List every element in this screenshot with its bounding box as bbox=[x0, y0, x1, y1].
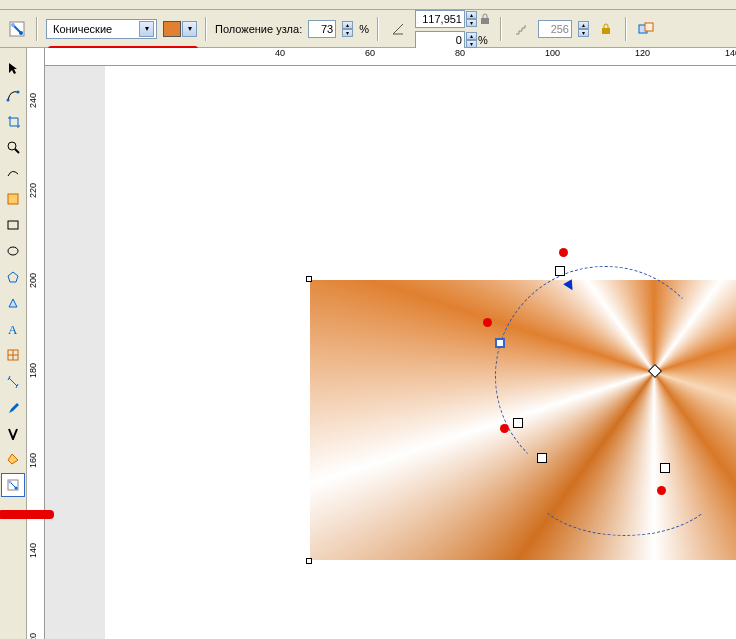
gradient-object[interactable] bbox=[310, 280, 736, 560]
spinner[interactable]: ▴▾ bbox=[466, 11, 477, 27]
gradient-type-value: Конические bbox=[49, 23, 139, 35]
basic-shapes-tool[interactable] bbox=[1, 291, 25, 315]
interactive-fill-tool[interactable] bbox=[1, 473, 25, 497]
svg-point-1 bbox=[11, 23, 15, 27]
canvas[interactable] bbox=[45, 66, 736, 639]
lock-icon[interactable] bbox=[595, 18, 617, 40]
svg-point-8 bbox=[17, 91, 20, 94]
svg-marker-13 bbox=[8, 272, 18, 282]
chevron-down-icon[interactable]: ▾ bbox=[182, 21, 197, 37]
svg-point-2 bbox=[19, 31, 23, 35]
shape-tool[interactable] bbox=[1, 83, 25, 107]
separator bbox=[205, 17, 207, 41]
crop-tool[interactable] bbox=[1, 109, 25, 133]
svg-rect-4 bbox=[602, 28, 610, 34]
annotation-dot bbox=[559, 248, 568, 257]
ellipse-tool[interactable] bbox=[1, 239, 25, 263]
property-bar: Конические ▾ ▾ Положение узла: ▴▾ % ▴▾ ▴… bbox=[0, 10, 736, 48]
gradient-type-dropdown[interactable]: Конические ▾ bbox=[46, 19, 157, 39]
fill-tool[interactable] bbox=[1, 447, 25, 471]
annotation-dot bbox=[657, 486, 666, 495]
pad-input[interactable] bbox=[415, 31, 465, 49]
svg-rect-10 bbox=[8, 194, 18, 204]
separator bbox=[36, 17, 38, 41]
skew-input[interactable] bbox=[415, 10, 465, 28]
svg-point-7 bbox=[7, 99, 10, 102]
annotation-highlight bbox=[0, 510, 54, 519]
spinner[interactable]: ▴▾ bbox=[342, 21, 353, 37]
svg-text:A: A bbox=[8, 322, 18, 336]
ruler-horizontal: 40 60 80 100 120 140 bbox=[45, 48, 736, 66]
chevron-down-icon: ▾ bbox=[139, 21, 154, 37]
separator bbox=[500, 17, 502, 41]
svg-rect-3 bbox=[481, 18, 489, 24]
steps-icon bbox=[510, 18, 532, 40]
interactive-fill-icon bbox=[6, 18, 28, 40]
svg-point-18 bbox=[9, 481, 12, 484]
fill-color-swatch[interactable] bbox=[163, 21, 181, 37]
rectangle-tool[interactable] bbox=[1, 213, 25, 237]
percent-label: % bbox=[478, 34, 488, 46]
gradient-node[interactable] bbox=[660, 463, 670, 473]
svg-marker-14 bbox=[9, 299, 17, 307]
eyedropper-tool[interactable] bbox=[1, 395, 25, 419]
separator bbox=[377, 17, 379, 41]
node-position-label: Положение узла: bbox=[215, 23, 302, 35]
svg-point-9 bbox=[8, 142, 16, 150]
dimension-tool[interactable] bbox=[1, 369, 25, 393]
selection-handle[interactable] bbox=[306, 558, 312, 564]
separator bbox=[625, 17, 627, 41]
angle-icon bbox=[387, 18, 409, 40]
outline-tool[interactable] bbox=[1, 421, 25, 445]
gradient-node[interactable] bbox=[537, 453, 547, 463]
text-tool[interactable]: A bbox=[1, 317, 25, 341]
gradient-node-selected[interactable] bbox=[495, 338, 505, 348]
annotation-dot bbox=[483, 318, 492, 327]
selection-handle[interactable] bbox=[306, 276, 312, 282]
svg-point-19 bbox=[15, 487, 18, 490]
gradient-node[interactable] bbox=[555, 266, 565, 276]
lock-icon[interactable] bbox=[478, 8, 492, 30]
canvas-wrap: 40 60 80 100 120 140 bbox=[45, 48, 736, 639]
pick-tool[interactable] bbox=[1, 57, 25, 81]
svg-rect-11 bbox=[8, 221, 18, 229]
table-tool[interactable] bbox=[1, 343, 25, 367]
gradient-node[interactable] bbox=[513, 418, 523, 428]
zoom-tool[interactable] bbox=[1, 135, 25, 159]
svg-rect-6 bbox=[645, 23, 653, 31]
copy-props-icon[interactable] bbox=[635, 18, 657, 40]
toolbox: A bbox=[0, 48, 27, 639]
steps-input[interactable] bbox=[538, 20, 572, 38]
node-position-input[interactable] bbox=[308, 20, 336, 38]
percent-label: % bbox=[359, 23, 369, 35]
svg-point-12 bbox=[8, 247, 18, 255]
spinner[interactable]: ▴▾ bbox=[466, 32, 477, 48]
menu-bar-fragment bbox=[0, 0, 736, 10]
ruler-vertical: 240 220 200 180 160 140 120 bbox=[27, 48, 45, 639]
annotation-dot bbox=[500, 424, 509, 433]
smart-fill-tool[interactable] bbox=[1, 187, 25, 211]
main-area: A 240 220 200 180 160 140 120 40 60 80 1… bbox=[0, 48, 736, 639]
polygon-tool[interactable] bbox=[1, 265, 25, 289]
freehand-tool[interactable] bbox=[1, 161, 25, 185]
spinner[interactable]: ▴▾ bbox=[578, 21, 589, 37]
